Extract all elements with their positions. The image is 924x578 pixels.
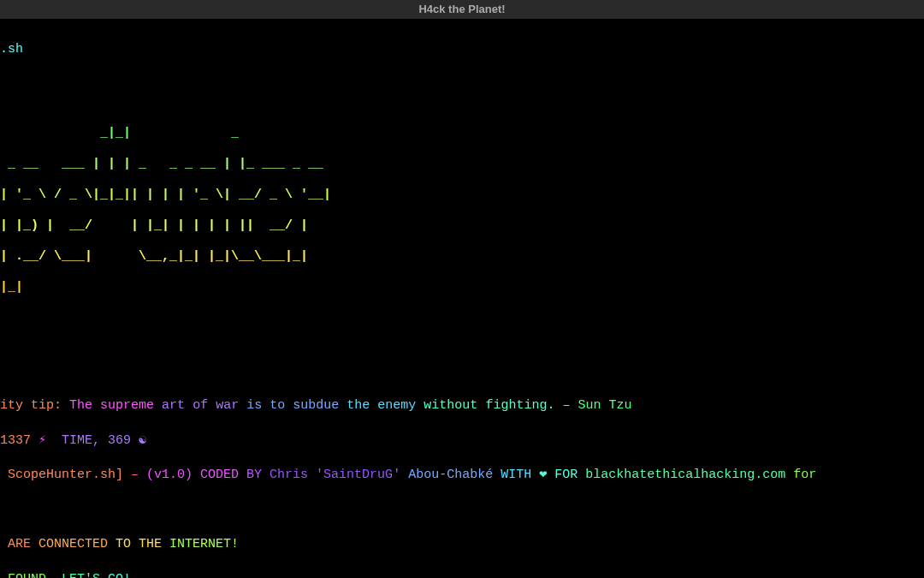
bolt-icon: ⚡ — [38, 433, 46, 448]
blank-line — [0, 328, 924, 345]
blank-line — [0, 363, 924, 380]
ascii-line: _ __ ___ | | | _ _ _ __ | |_ ___ _ __ — [0, 157, 924, 172]
emoji-icon: ☯ — [139, 433, 146, 448]
ascii-line: |_| — [0, 280, 924, 295]
window-title: H4ck the Planet! — [418, 3, 505, 15]
ascii-art-banner: _|_| _ _ __ ___ | | | _ _ _ __ | |_ ___ … — [0, 110, 924, 311]
ascii-line: | .__/ \___| \__,_|_| |_|\__\___|_| — [0, 249, 924, 265]
time-line: 1337 ⚡ TIME, 369 ☯ — [0, 432, 924, 450]
command-line: .sh — [0, 41, 924, 58]
connected-line: ARE CONNECTED TO THE INTERNET! — [0, 536, 924, 553]
heart-icon: ❤ — [531, 468, 547, 482]
ascii-line: | |_) | __/ | |_| | | | | || __/ | — [0, 218, 924, 234]
credits-line: ScopeHunter.sh] – (v1.0) CODED BY Chris … — [0, 467, 924, 484]
ascii-line: _|_| _ — [0, 126, 924, 141]
found-line: FOUND, LET'S GO! — [0, 571, 924, 578]
security-tip-line: ity tip: The supreme art of war is to su… — [0, 397, 924, 414]
ascii-line: | '_ \ / _ \|_|_|| | | | '_ \| __/ _ \ '… — [0, 188, 924, 203]
window-titlebar: H4ck the Planet! — [0, 0, 924, 19]
blank-line — [0, 75, 924, 92]
terminal-output[interactable]: .sh _|_| _ _ __ ___ | | | _ _ _ __ | |_ … — [0, 19, 924, 578]
blank-line — [0, 502, 924, 519]
